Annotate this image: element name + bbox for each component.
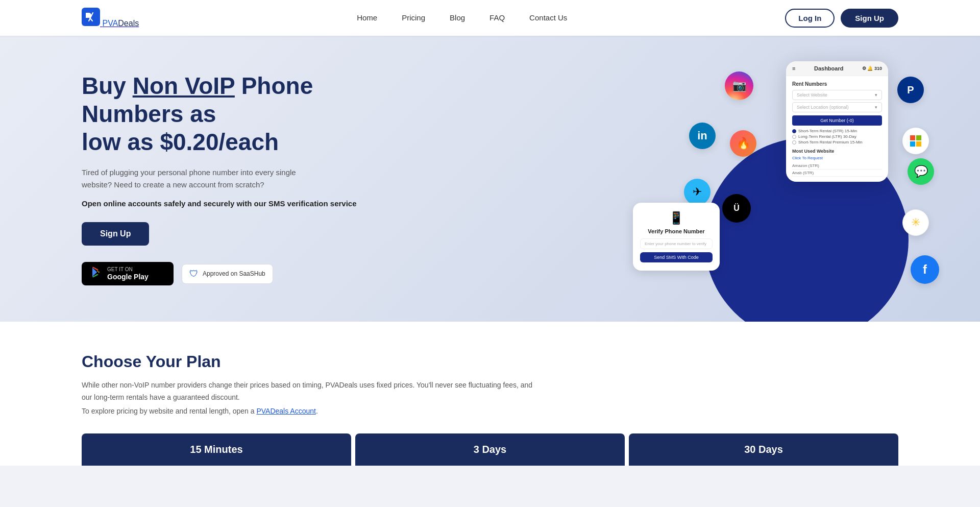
hero-section: Buy Non VoIP Phone Numbers as low as $0.… bbox=[0, 36, 980, 322]
logo-deals: Deals bbox=[118, 19, 139, 28]
hero-subtitle: Tired of plugging your personal phone nu… bbox=[82, 166, 327, 191]
svg-rect-5 bbox=[916, 141, 921, 147]
nav-faq[interactable]: FAQ bbox=[489, 13, 505, 22]
facebook-icon: f bbox=[911, 255, 939, 284]
plan-tab-15min[interactable]: 15 Minutes bbox=[82, 433, 351, 466]
logo-icon bbox=[82, 8, 100, 26]
phone-select-location[interactable]: Select Location (optional) ▾ bbox=[792, 102, 882, 112]
hero-title: Buy Non VoIP Phone Numbers as low as $0.… bbox=[82, 72, 388, 157]
logo-pva: PVA bbox=[102, 19, 118, 28]
phone-radio-ltr: Long-Term Rental (LTR) 30-Day bbox=[792, 134, 882, 139]
nav-links: Home Pricing Blog FAQ Contact Us bbox=[357, 13, 567, 22]
instagram-icon: 📷 bbox=[725, 71, 753, 100]
tinder-icon: 🔥 bbox=[730, 130, 756, 157]
google-play-icon bbox=[90, 266, 102, 281]
pvadeals-account-link[interactable]: PVADeals Account bbox=[256, 407, 315, 415]
uber-icon: Ü bbox=[722, 194, 751, 223]
plan-tab-3days[interactable]: 3 Days bbox=[355, 433, 625, 466]
badge-row: GET IT ON Google Play 🛡 Approved on SaaS… bbox=[82, 262, 388, 285]
choose-plan-section: Choose Your Plan While other non-VoIP nu… bbox=[0, 322, 980, 466]
saashub-text: Approved on SaaSHub bbox=[203, 270, 265, 277]
verify-input[interactable]: Enter your phone number to verify bbox=[640, 238, 713, 249]
linkedin-icon: in bbox=[689, 123, 716, 149]
verify-btn[interactable]: Send SMS With Code bbox=[640, 252, 713, 262]
google-play-text: GET IT ON Google Play bbox=[107, 267, 149, 281]
login-button[interactable]: Log In bbox=[785, 9, 835, 28]
choose-plan-desc1: While other non-VoIP number providers ch… bbox=[82, 379, 541, 404]
svg-rect-3 bbox=[916, 135, 921, 140]
logo[interactable]: PVADeals bbox=[82, 8, 139, 28]
phone-bar: ≡ Dashboard ⚙ 🔔 310 bbox=[786, 61, 888, 76]
signup-button[interactable]: Sign Up bbox=[841, 9, 898, 28]
plan-tabs: 15 Minutes 3 Days 30 Days bbox=[82, 433, 898, 466]
navbar: PVADeals Home Pricing Blog FAQ Contact U… bbox=[0, 0, 980, 36]
nav-home[interactable]: Home bbox=[357, 13, 377, 22]
choose-plan-title: Choose Your Plan bbox=[82, 352, 898, 371]
saashub-icon: 🛡 bbox=[189, 269, 199, 279]
phone-select-website[interactable]: Select Website ▾ bbox=[792, 90, 882, 100]
hero-visual: 📷 in 🔥 ✈ Ü P 💬 ✳ f ≡ bbox=[623, 56, 939, 311]
google-play-badge[interactable]: GET IT ON Google Play bbox=[82, 262, 174, 285]
nav-actions: Log In Sign Up bbox=[785, 9, 898, 28]
hero-content: Buy Non VoIP Phone Numbers as low as $0.… bbox=[82, 72, 388, 286]
phone-get-number-btn[interactable]: Get Number (-0) bbox=[792, 115, 882, 126]
whatsapp-icon: 💬 bbox=[908, 158, 934, 185]
svg-rect-4 bbox=[910, 141, 915, 147]
verify-phone-icon: 📱 bbox=[640, 211, 713, 225]
plan-tab-30days[interactable]: 30 Days bbox=[629, 433, 898, 466]
hero-bold: Open online accounts safely and securely… bbox=[82, 199, 388, 208]
paypal-icon: P bbox=[897, 77, 924, 103]
telegram-icon: ✈ bbox=[684, 179, 710, 205]
nav-pricing[interactable]: Pricing bbox=[402, 13, 425, 22]
microsoft-icon bbox=[902, 128, 929, 154]
phone-radio-str-premium: Short-Term Rental Premium 15-Min bbox=[792, 140, 882, 144]
walmart-icon: ✳ bbox=[902, 209, 929, 236]
svg-rect-2 bbox=[910, 135, 915, 140]
hero-signup-button[interactable]: Sign Up bbox=[82, 222, 149, 246]
phone-radio-str: Short-Term Rental (STR) 15-Min bbox=[792, 129, 882, 133]
verify-title: Verify Phone Number bbox=[640, 228, 713, 234]
choose-plan-desc2: To explore pricing by website and rental… bbox=[82, 407, 898, 415]
phone-body: Rent Numbers Select Website ▾ Select Loc… bbox=[786, 76, 888, 182]
phone-mockup: ≡ Dashboard ⚙ 🔔 310 Rent Numbers Select … bbox=[786, 61, 888, 182]
nav-blog[interactable]: Blog bbox=[450, 13, 465, 22]
verify-popup: 📱 Verify Phone Number Enter your phone n… bbox=[633, 203, 720, 271]
saashub-badge[interactable]: 🛡 Approved on SaaSHub bbox=[182, 264, 273, 284]
nav-contact[interactable]: Contact Us bbox=[529, 13, 567, 22]
